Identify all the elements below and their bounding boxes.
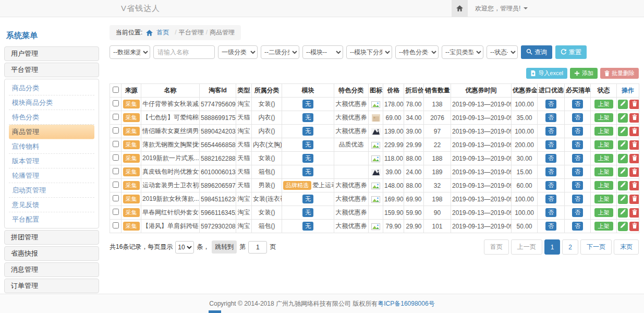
product-name-cell[interactable]: 2019新款女秋薄款...: [141, 192, 200, 206]
module-badge[interactable]: 无: [302, 195, 313, 203]
row-checkbox[interactable]: [113, 100, 119, 106]
status-badge[interactable]: 上架: [594, 154, 613, 163]
product-name-cell[interactable]: 牛仔背带裤女秋装减龄...: [141, 98, 200, 111]
filter-select-5[interactable]: --特色分类--: [395, 45, 439, 59]
module-badge[interactable]: 无: [302, 167, 313, 176]
home-button[interactable]: [452, 0, 468, 17]
jump-to-button[interactable]: 跳转到: [212, 240, 237, 254]
delete-button[interactable]: [629, 127, 639, 136]
edit-button[interactable]: [618, 181, 628, 190]
status-badge[interactable]: 上架: [594, 195, 613, 203]
filter-select-1[interactable]: 一级分类: [218, 45, 258, 59]
icp-link[interactable]: 粤ICP备16098006号: [378, 299, 434, 308]
filter-select-2[interactable]: --二级分类--: [261, 45, 299, 59]
sidebar-item-特色分类[interactable]: 特色分类: [9, 110, 94, 125]
breadcrumb-item-商品管理[interactable]: 商品管理: [210, 29, 235, 36]
page-button-1[interactable]: 1: [544, 239, 561, 255]
import-select-toggle[interactable]: 否: [545, 167, 556, 176]
sidebar-item-商品管理[interactable]: 商品管理: [9, 125, 94, 139]
select-all-checkbox[interactable]: [113, 87, 119, 93]
edit-button[interactable]: [618, 222, 628, 231]
product-name-cell[interactable]: 2019新款一片式系...: [141, 152, 200, 165]
filter-select-6[interactable]: --宝贝类型--: [442, 45, 483, 59]
sidebar-group-拼团管理[interactable]: 拼团管理: [4, 230, 99, 245]
edit-button[interactable]: [618, 140, 628, 150]
import-select-toggle[interactable]: 否: [545, 140, 556, 149]
status-badge[interactable]: 上架: [594, 100, 613, 109]
product-name-cell[interactable]: 真皮钱包时尚优雅女士...: [141, 165, 200, 179]
module-badge[interactable]: 无: [302, 100, 313, 109]
delete-button[interactable]: [629, 140, 639, 150]
product-name-cell[interactable]: 薄款无钢圈文胸聚拢性...: [141, 138, 200, 152]
row-checkbox[interactable]: [113, 209, 119, 215]
page-number-input[interactable]: [248, 241, 267, 254]
query-button[interactable]: 查询: [521, 45, 552, 59]
delete-button[interactable]: [629, 100, 639, 109]
product-name-cell[interactable]: 【七色纺】可爱纯棉家...: [141, 111, 200, 125]
must-buy-toggle[interactable]: 否: [572, 140, 583, 149]
sidebar-group-平台管理[interactable]: 平台管理: [4, 63, 99, 77]
per-page-select[interactable]: 10: [175, 241, 194, 254]
sidebar-item-平台配置[interactable]: 平台配置: [9, 212, 94, 226]
page-button-上一页[interactable]: 上一页: [511, 239, 542, 255]
import-select-toggle[interactable]: 否: [545, 100, 556, 109]
row-checkbox[interactable]: [113, 168, 119, 174]
breadcrumb-item-平台管理[interactable]: 平台管理: [179, 29, 204, 36]
sidebar-item-宣传物料[interactable]: 宣传物料: [9, 139, 94, 154]
row-checkbox[interactable]: [113, 141, 119, 147]
status-badge[interactable]: 上架: [594, 208, 613, 217]
sidebar-group-订单管理[interactable]: 订单管理: [4, 279, 99, 293]
import-excel-button[interactable]: 导入excel: [526, 68, 567, 79]
status-badge[interactable]: 上架: [594, 222, 613, 231]
edit-button[interactable]: [618, 113, 628, 123]
row-checkbox[interactable]: [113, 222, 119, 228]
row-checkbox[interactable]: [113, 195, 119, 201]
page-button-末页[interactable]: 末页: [614, 239, 639, 255]
status-badge[interactable]: 上架: [594, 140, 613, 149]
product-name-cell[interactable]: 早春网红针织外套女春...: [141, 206, 200, 220]
module-badge[interactable]: 无: [302, 154, 313, 163]
module-badge[interactable]: 品牌精选: [283, 181, 311, 190]
must-buy-toggle[interactable]: 否: [572, 222, 583, 231]
filter-select-3[interactable]: --模块--: [302, 45, 343, 59]
module-badge[interactable]: 无: [302, 208, 313, 217]
edit-button[interactable]: [618, 167, 628, 177]
module-badge[interactable]: 无: [302, 140, 313, 149]
must-buy-toggle[interactable]: 否: [572, 195, 583, 203]
row-checkbox[interactable]: [113, 127, 119, 134]
sidebar-item-版本管理[interactable]: 版本管理: [9, 154, 94, 168]
must-buy-toggle[interactable]: 否: [572, 181, 583, 190]
row-checkbox[interactable]: [113, 182, 119, 188]
delete-button[interactable]: [629, 167, 639, 177]
sidebar-item-意见反馈[interactable]: 意见反馈: [9, 198, 94, 212]
import-select-toggle[interactable]: 否: [545, 222, 556, 231]
edit-button[interactable]: [618, 127, 628, 136]
status-badge[interactable]: 上架: [594, 113, 613, 122]
sidebar-item-启动页管理[interactable]: 启动页管理: [9, 183, 94, 198]
edit-button[interactable]: [618, 208, 628, 218]
product-name-cell[interactable]: 【港风】单肩斜跨链条...: [141, 220, 200, 233]
must-buy-toggle[interactable]: 否: [572, 167, 583, 176]
delete-button[interactable]: [629, 154, 639, 163]
module-badge[interactable]: 无: [302, 222, 313, 231]
reset-button[interactable]: 重置: [555, 45, 587, 59]
product-name-cell[interactable]: 情侣睡衣女夏丝绸男士...: [141, 125, 200, 138]
filter-select-7[interactable]: --状态--: [487, 45, 518, 59]
import-select-toggle[interactable]: 否: [545, 154, 556, 163]
sidebar-group-省惠快报[interactable]: 省惠快报: [4, 246, 99, 261]
edit-button[interactable]: [618, 154, 628, 163]
sidebar-group-消息管理[interactable]: 消息管理: [4, 262, 99, 277]
breadcrumb-home-link[interactable]: 首页: [156, 28, 169, 37]
delete-button[interactable]: [629, 208, 639, 218]
must-buy-toggle[interactable]: 否: [572, 208, 583, 217]
must-buy-toggle[interactable]: 否: [572, 100, 583, 109]
product-name-cell[interactable]: 运动套装男士卫衣初秋...: [141, 179, 200, 192]
user-menu[interactable]: 欢迎您，管理员!: [468, 0, 535, 17]
import-select-toggle[interactable]: 否: [545, 181, 556, 190]
status-badge[interactable]: 上架: [594, 127, 613, 136]
batch-delete-button[interactable]: 批量删除: [600, 68, 639, 79]
page-button-下一页[interactable]: 下一页: [580, 239, 612, 255]
sidebar-item-轮播管理[interactable]: 轮播管理: [9, 168, 94, 183]
import-select-toggle[interactable]: 否: [545, 113, 556, 122]
must-buy-toggle[interactable]: 否: [572, 154, 583, 163]
